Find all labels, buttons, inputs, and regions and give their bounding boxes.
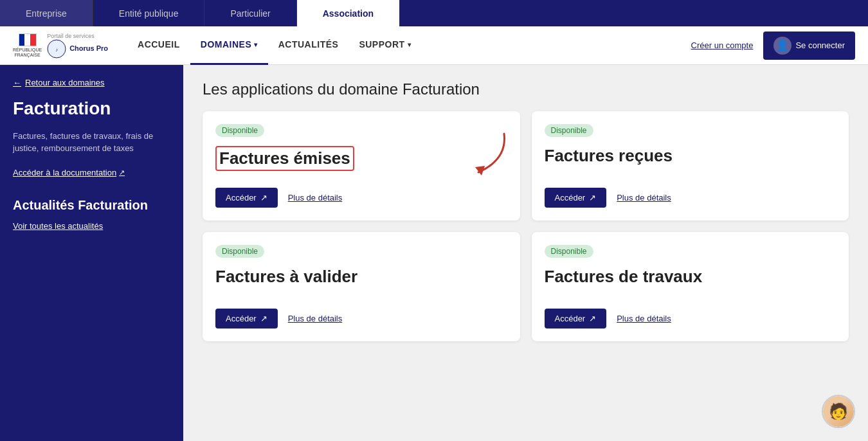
logo-area: RÉPUBLIQUEFRANÇAISE Portail de services …	[13, 33, 108, 59]
access-button-factures-emises[interactable]: Accéder ↗	[215, 188, 278, 208]
card-actions-factures-travaux: Accéder ↗ Plus de détails	[545, 309, 836, 328]
details-link-factures-emises[interactable]: Plus de détails	[288, 193, 343, 203]
news-link[interactable]: Voir toutes les actualités	[13, 221, 170, 231]
header-right: Créer un compte 👤 Se connecter	[691, 32, 855, 60]
access-button-factures-valider[interactable]: Accéder ↗	[215, 309, 278, 328]
card-actions-factures-recues: Accéder ↗ Plus de détails	[545, 188, 836, 208]
top-tab-entite_publique[interactable]: Entité publique	[93, 0, 205, 26]
main-nav: ACCUEIL DOMAINES ▾ ACTUALITÉS SUPPORT ▾	[127, 26, 691, 65]
sidebar-description: Factures, factures de travaux, frais de …	[13, 130, 170, 155]
login-button[interactable]: 👤 Se connecter	[763, 32, 855, 60]
badge-disponible: Disponible	[215, 245, 264, 258]
top-tabs-bar: EntrepriseEntité publiqueParticulierAsso…	[0, 0, 868, 26]
top-tab-association[interactable]: Association	[297, 0, 400, 26]
access-button-factures-travaux[interactable]: Accéder ↗	[545, 309, 607, 328]
svg-text:♪: ♪	[55, 47, 58, 53]
card-actions-factures-emises: Accéder ↗ Plus de détails	[215, 188, 507, 208]
card-factures-travaux: Disponible Factures de travaux Accéder ↗…	[532, 232, 849, 341]
header: RÉPUBLIQUEFRANÇAISE Portail de services …	[0, 26, 868, 65]
card-actions-factures-valider: Accéder ↗ Plus de détails	[215, 309, 507, 328]
sidebar-title: Facturation	[13, 98, 170, 120]
doc-link[interactable]: Accéder à la documentation ↗	[13, 168, 170, 177]
nav-actualites[interactable]: ACTUALITÉS	[268, 26, 349, 65]
card-factures-recues: Disponible Factures reçues Accéder ↗ Plu…	[532, 111, 849, 221]
chevron-down-icon: ▾	[254, 41, 258, 48]
details-link-factures-travaux[interactable]: Plus de détails	[617, 314, 671, 323]
badge-disponible: Disponible	[545, 124, 593, 137]
access-button-factures-recues[interactable]: Accéder ↗	[545, 188, 607, 208]
nav-domaines[interactable]: DOMAINES ▾	[190, 26, 268, 65]
card-title-factures-emises: Factures émises	[215, 146, 507, 171]
news-section-title: Actualités Facturation	[13, 197, 170, 213]
external-link-icon: ↗	[260, 193, 267, 203]
chevron-down-icon: ▾	[408, 41, 411, 48]
nav-support[interactable]: SUPPORT ▾	[348, 26, 421, 65]
external-link-icon: ↗	[260, 314, 267, 323]
badge-disponible: Disponible	[545, 245, 593, 258]
external-link-icon: ↗	[589, 193, 596, 203]
details-link-factures-valider[interactable]: Plus de détails	[288, 314, 343, 323]
card-factures-valider: Disponible Factures à valider Accéder ↗ …	[203, 232, 520, 341]
card-title-factures-valider: Factures à valider	[215, 267, 507, 287]
top-tab-entreprise[interactable]: Entreprise	[0, 0, 93, 26]
top-tab-particulier[interactable]: Particulier	[204, 0, 296, 26]
main-content: Les applications du domaine Facturation …	[183, 65, 868, 441]
chorus-icon: ♪	[47, 39, 66, 59]
republic-flag: RÉPUBLIQUEFRANÇAISE	[13, 33, 42, 57]
card-title-factures-recues: Factures reçues	[545, 146, 836, 166]
card-title-factures-travaux: Factures de travaux	[545, 267, 836, 287]
nav-accueil[interactable]: ACCUEIL	[127, 26, 190, 65]
badge-disponible: Disponible	[215, 124, 264, 137]
external-link-icon: ↗	[119, 168, 125, 177]
arrow-left-icon: ←	[13, 78, 21, 87]
card-factures-emises: Disponible Factures émises Accéder ↗	[203, 111, 520, 221]
page-title: Les applications du domaine Facturation	[203, 80, 849, 98]
chorus-logo: ♪ Chorus Pro	[47, 39, 108, 59]
cards-grid: Disponible Factures émises Accéder ↗	[203, 111, 849, 341]
chat-avatar: 🧑	[823, 396, 854, 427]
chorus-pro-label: Chorus Pro	[69, 44, 108, 53]
chat-button[interactable]: 🧑	[822, 395, 855, 428]
external-link-icon: ↗	[589, 314, 596, 323]
details-link-factures-recues[interactable]: Plus de détails	[617, 193, 671, 203]
page-layout: ← Retour aux domaines Facturation Factur…	[0, 65, 868, 441]
create-account-link[interactable]: Créer un compte	[691, 40, 754, 50]
user-icon: 👤	[773, 37, 791, 55]
highlighted-title: Factures émises	[215, 146, 354, 171]
back-link[interactable]: ← Retour aux domaines	[13, 78, 170, 87]
sidebar: ← Retour aux domaines Facturation Factur…	[0, 65, 183, 441]
